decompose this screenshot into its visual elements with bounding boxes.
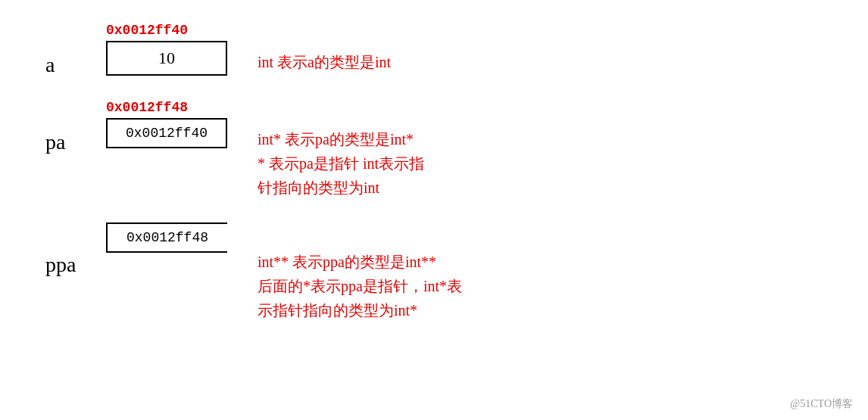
memory-box-a: 10 xyxy=(106,41,227,76)
memory-box-pa: 0x0012ff40 xyxy=(106,118,227,148)
var-name-pa: pa xyxy=(45,100,106,154)
address-a: 0x0012ff40 xyxy=(106,23,188,38)
box-col-ppa: 0x0012ff48 xyxy=(106,222,227,253)
box-col-a: 0x0012ff40 10 xyxy=(106,23,227,76)
desc-ppa-line1: int** 表示ppa的类型是int** xyxy=(258,250,462,274)
watermark: @51CTO博客 xyxy=(790,397,853,411)
memory-box-ppa: 0x0012ff48 xyxy=(106,222,227,253)
var-name-ppa: ppa xyxy=(45,222,106,277)
desc-ppa: int** 表示ppa的类型是int** 后面的*表示ppa是指针，int*表 … xyxy=(258,222,462,322)
desc-ppa-line3: 示指针指向的类型为int* xyxy=(258,298,462,322)
desc-pa-line1: int* 表示pa的类型是int* xyxy=(258,127,424,151)
var-name-a: a xyxy=(45,23,106,77)
desc-pa-line2: * 表示pa是指针 int表示指 xyxy=(258,151,424,176)
main-container: a 0x0012ff40 10 int 表示a的类型是int pa 0x0012… xyxy=(0,0,868,420)
desc-ppa-line2: 后面的*表示ppa是指针，int*表 xyxy=(258,274,462,298)
address-pa: 0x0012ff48 xyxy=(106,100,188,115)
row-pa: pa 0x0012ff48 0x0012ff40 int* 表示pa的类型是in… xyxy=(45,100,823,200)
desc-pa: int* 表示pa的类型是int* * 表示pa是指针 int表示指 针指向的类… xyxy=(258,100,424,200)
desc-a-line1: int 表示a的类型是int xyxy=(258,50,391,74)
desc-pa-line3: 针指向的类型为int xyxy=(258,176,424,200)
row-a: a 0x0012ff40 10 int 表示a的类型是int xyxy=(45,23,823,77)
row-ppa: ppa 0x0012ff48 int** 表示ppa的类型是int** 后面的*… xyxy=(45,222,823,322)
box-col-pa: 0x0012ff48 0x0012ff40 xyxy=(106,100,227,148)
desc-a: int 表示a的类型是int xyxy=(258,23,391,74)
